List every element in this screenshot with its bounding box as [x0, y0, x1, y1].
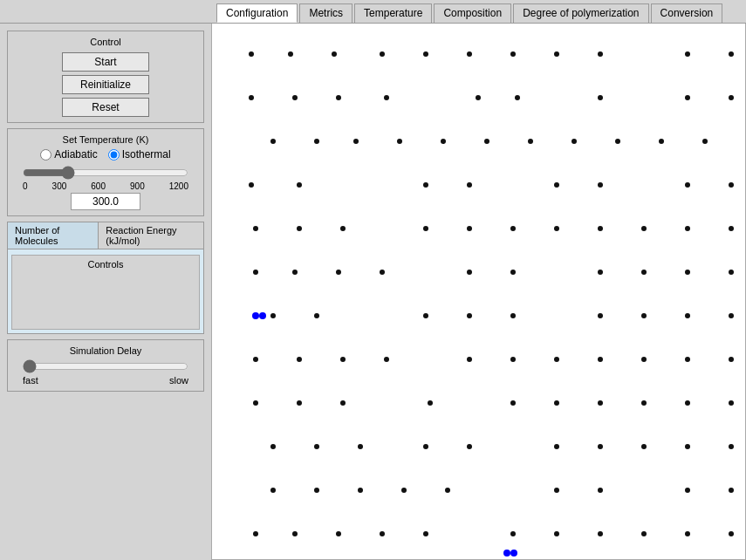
molecule-dot — [510, 226, 516, 231]
molecule-dot — [641, 444, 647, 449]
tab-composition[interactable]: Composition — [434, 3, 511, 23]
molecule-dot — [253, 400, 258, 406]
delay-fast-label: fast — [23, 375, 38, 386]
molecule-dot — [685, 182, 690, 188]
molecule-dot — [510, 400, 516, 406]
tab-conversion[interactable]: Conversion — [651, 3, 723, 23]
molecule-dot — [554, 182, 559, 188]
reset-button[interactable]: Reset — [62, 98, 149, 117]
tick-300: 300 — [52, 181, 67, 191]
molecule-dot — [554, 357, 559, 362]
molecule-dot — [598, 313, 603, 318]
molecule-dot — [685, 270, 690, 275]
molecule-dot — [641, 357, 647, 362]
tab-reaction-energy[interactable]: Reaction Energy (kJ/mol) — [99, 222, 203, 249]
molecule-dot — [729, 226, 734, 231]
molecule-dot — [297, 226, 302, 231]
temperature-title: Set Temperature (K) — [13, 134, 198, 145]
molecule-dot — [685, 226, 690, 231]
molecule-dot — [476, 95, 481, 100]
molecule-dot — [729, 313, 734, 318]
molecule-dot — [729, 95, 734, 100]
molecule-dot — [445, 488, 450, 493]
molecule-dot — [314, 488, 319, 493]
control-title: Control — [90, 37, 120, 47]
blue-molecule-dot — [503, 550, 510, 557]
tick-0: 0 — [23, 181, 28, 191]
reinitialize-button[interactable]: Reinitialize — [62, 75, 149, 94]
tab-number-of-molecules[interactable]: Number of Molecules — [8, 222, 99, 249]
molecule-dot — [598, 531, 603, 536]
molecule-dot — [384, 95, 389, 100]
blue-molecule-dot — [259, 312, 266, 319]
molecule-dot — [598, 95, 603, 100]
start-button[interactable]: Start — [62, 52, 149, 72]
adiabatic-radio[interactable] — [40, 149, 51, 160]
temp-slider-container: 0 300 600 900 1200 300.0 — [13, 164, 198, 210]
left-panel: Control Start Reinitialize Reset Set Tem… — [0, 24, 211, 560]
molecule-dot — [729, 444, 734, 449]
tab-metrics[interactable]: Metrics — [299, 3, 352, 23]
molecule-dot — [510, 531, 516, 536]
molecule-dot — [397, 139, 402, 144]
molecule-dot — [685, 313, 690, 318]
molecule-dot — [510, 270, 516, 275]
blue-molecule-dot — [252, 312, 259, 319]
isothermal-radio[interactable] — [108, 149, 120, 160]
simulation-view — [211, 24, 746, 560]
temperature-radio-group: Adiabatic Isothermal — [13, 148, 198, 160]
molecule-dot — [554, 400, 559, 406]
molecule-dot — [358, 488, 363, 493]
molecule-dot — [729, 531, 734, 536]
molecule-dot — [340, 400, 346, 406]
controls-sub-content — [16, 273, 195, 325]
molecules-tab-bar: Number of Molecules Reaction Energy (kJ/… — [8, 222, 203, 249]
tab-temperature[interactable]: Temperature — [354, 3, 432, 23]
molecule-dot — [297, 357, 302, 362]
temperature-slider[interactable] — [23, 166, 188, 180]
molecule-dot — [702, 139, 708, 144]
molecule-dot — [484, 139, 489, 144]
temperature-value: 300.0 — [71, 193, 140, 210]
molecule-dot — [729, 270, 734, 275]
simulation-delay-slider[interactable] — [23, 359, 188, 373]
tab-bar: Configuration Metrics Temperature Compos… — [0, 0, 746, 24]
molecule-dot — [528, 139, 533, 144]
molecule-dot — [401, 488, 407, 493]
molecule-dot — [340, 357, 346, 362]
molecule-dot — [423, 226, 428, 231]
molecule-dot — [249, 51, 254, 57]
molecule-dot — [685, 488, 690, 493]
molecule-dot — [358, 444, 363, 449]
tab-configuration[interactable]: Configuration — [216, 3, 298, 23]
adiabatic-radio-label[interactable]: Adiabatic — [40, 148, 97, 160]
molecule-dot — [510, 51, 516, 57]
molecule-dot — [297, 182, 302, 188]
molecule-dot — [423, 51, 428, 57]
molecule-dot — [441, 139, 446, 144]
molecule-dot — [598, 270, 603, 275]
molecule-dot — [571, 139, 577, 144]
molecule-dot — [729, 51, 734, 57]
molecule-dot — [380, 270, 385, 275]
molecule-dot — [423, 313, 428, 318]
tick-900: 900 — [130, 181, 145, 191]
molecule-dot — [336, 95, 341, 100]
molecule-dot — [554, 531, 559, 536]
molecule-dot — [641, 531, 647, 536]
tick-1200: 1200 — [169, 181, 188, 191]
molecule-dot — [729, 488, 734, 493]
molecule-dot — [270, 313, 276, 318]
molecule-dot — [598, 182, 603, 188]
molecule-dot — [270, 488, 276, 493]
isothermal-radio-label[interactable]: Isothermal — [108, 148, 171, 160]
molecule-dot — [598, 488, 603, 493]
adiabatic-label: Adiabatic — [54, 148, 97, 160]
molecule-dot — [467, 444, 472, 449]
molecule-dot — [428, 400, 433, 406]
molecule-dot — [314, 444, 319, 449]
molecule-dot — [641, 313, 647, 318]
molecule-dot — [685, 444, 690, 449]
molecule-dot — [685, 95, 690, 100]
tab-degree-polymerization[interactable]: Degree of polymerization — [513, 3, 648, 23]
